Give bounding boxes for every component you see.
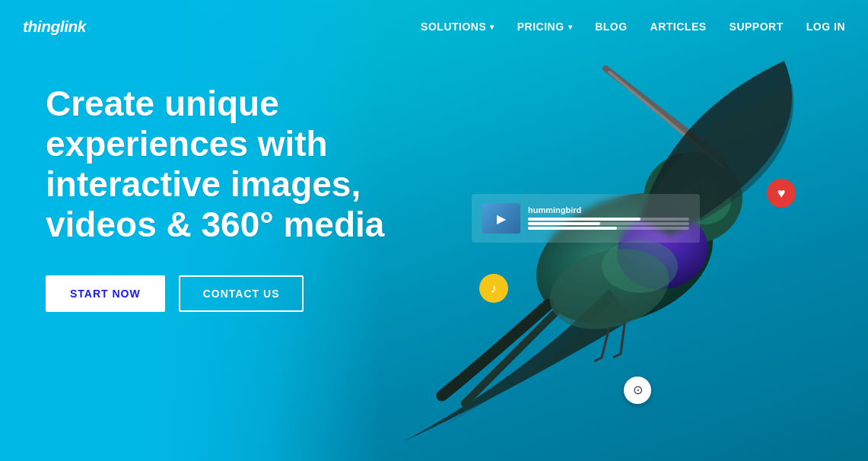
svg-point-11 [602, 240, 678, 293]
hero-content: Create unique experiences with interacti… [46, 84, 426, 312]
hero-buttons: START NOW CONTACT US [46, 275, 426, 312]
info-card-bar-fill-2 [528, 222, 600, 225]
info-card-title: hummingbird [528, 205, 689, 215]
location-pin-icon: ⊙ [633, 384, 643, 396]
info-card-bar-2 [528, 222, 689, 225]
nav-link-login[interactable]: LOG IN [806, 21, 845, 33]
logo-text: thinglink [23, 17, 86, 36]
info-card-bar-fill-1 [528, 218, 641, 221]
nav-item-solutions[interactable]: SOLUTIONS ▾ [421, 21, 494, 33]
nav-links: SOLUTIONS ▾ PRICING ▾ BLOG ARTICLES SUPP… [421, 20, 845, 33]
music-icon: ♪ [491, 281, 498, 295]
info-card[interactable]: ▶ hummingbird [472, 194, 700, 243]
music-hotspot[interactable]: ♪ [479, 274, 508, 303]
info-card-text: hummingbird [528, 205, 689, 231]
nav-item-pricing[interactable]: PRICING ▾ [517, 21, 572, 33]
info-card-bar-fill-3 [528, 227, 617, 230]
nav-link-blog[interactable]: BLOG [595, 21, 627, 33]
play-icon: ▶ [497, 211, 506, 226]
nav-link-support[interactable]: SUPPORT [730, 21, 784, 33]
info-card-thumbnail: ▶ [482, 203, 520, 234]
nav-link-articles[interactable]: ARTICLES [650, 21, 707, 33]
chevron-down-icon: ▾ [490, 23, 494, 31]
nav-item-login[interactable]: LOG IN [806, 20, 845, 33]
info-card-bar-1 [528, 218, 689, 221]
hero-title: Create unique experiences with interacti… [46, 84, 426, 245]
start-now-button[interactable]: START NOW [46, 275, 165, 312]
navbar: thinglink... SOLUTIONS ▾ PRICING ▾ BLOG … [0, 0, 868, 53]
nav-item-blog[interactable]: BLOG [595, 20, 627, 33]
chevron-down-icon: ▾ [568, 23, 573, 31]
nav-link-solutions[interactable]: SOLUTIONS ▾ [421, 21, 494, 33]
logo-dots: ... [87, 24, 91, 30]
nav-item-articles[interactable]: ARTICLES [650, 20, 707, 33]
page-wrapper: thinglink... SOLUTIONS ▾ PRICING ▾ BLOG … [0, 0, 868, 461]
nav-link-pricing[interactable]: PRICING ▾ [517, 21, 572, 33]
heart-hotspot[interactable]: ♥ [767, 179, 796, 208]
heart-icon: ♥ [777, 186, 786, 200]
info-card-bar-3 [528, 227, 689, 230]
contact-us-button[interactable]: CONTACT US [179, 275, 304, 312]
nav-item-support[interactable]: SUPPORT [730, 20, 784, 33]
logo[interactable]: thinglink... [23, 17, 91, 36]
location-hotspot[interactable]: ⊙ [624, 377, 651, 404]
